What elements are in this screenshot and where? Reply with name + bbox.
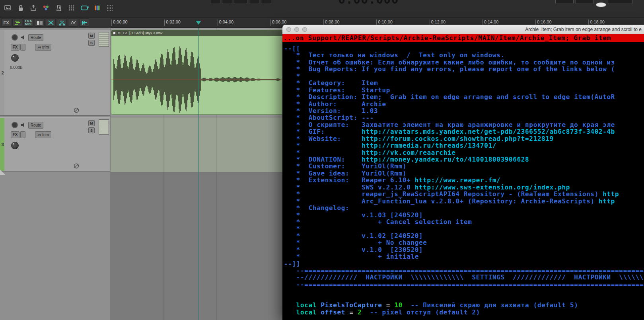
code-line: * v.1.02 [240520] — [284, 232, 644, 239]
code-line: local PixelsToCapture = 10 -- Пикселей с… — [284, 302, 644, 308]
code-line: * Bug Reports: If you find any errors, p… — [284, 66, 644, 72]
transport-rewind-button[interactable] — [210, 0, 220, 4]
trim-button[interactable]: trim — [35, 131, 51, 138]
code-line: * Arc_Function_lua v.2.8.0+ (Repository:… — [284, 198, 644, 205]
grid-icon[interactable] — [66, 2, 77, 14]
loop-icon[interactable] — [79, 2, 89, 14]
code-editor[interactable]: --[[ * Тест только на windows / Test onl… — [282, 42, 644, 320]
volume-knob[interactable] — [11, 142, 19, 149]
lock-icon[interactable] — [15, 2, 26, 14]
selection-widget[interactable] — [596, 2, 606, 7]
transport-record-button[interactable] — [249, 0, 259, 4]
window-minimize-button[interactable] — [294, 27, 299, 32]
code-line: * Category: Item — [284, 80, 644, 86]
solo-button[interactable]: S — [88, 40, 95, 46]
export-icon[interactable] — [28, 2, 39, 14]
script-path-bar: ...on Support/REAPER/Scripts/Archie-ReaS… — [282, 34, 644, 42]
window-close-button[interactable] — [286, 27, 291, 32]
main-toolbar: 0:00.000 — [0, 0, 644, 18]
solo-button[interactable]: S — [88, 127, 95, 133]
midi-editor-icon[interactable] — [12, 18, 22, 27]
item-mute-icon[interactable]: M — [117, 31, 121, 35]
mute-button[interactable]: M — [88, 120, 95, 126]
volume-readout: 0.00dB — [10, 65, 23, 70]
audio-item[interactable]: M FX [-1.54dB] Звук 3.wav — [111, 30, 283, 115]
window-zoom-button[interactable] — [302, 27, 307, 32]
transport-play-button[interactable] — [234, 0, 247, 4]
transport-repeat-button[interactable] — [261, 0, 271, 4]
fx-param-button[interactable] — [20, 44, 25, 51]
rate-widget[interactable] — [576, 0, 594, 4]
status-widget[interactable] — [608, 0, 632, 4]
routing-matrix-icon[interactable] — [104, 2, 115, 14]
transport-stop-button[interactable] — [222, 0, 232, 4]
phase-button[interactable] — [73, 107, 80, 113]
route-button[interactable]: Route — [28, 122, 43, 129]
script-editor-window[interactable]: Archie_Item; Grab item on edge arrange a… — [282, 25, 644, 320]
media-explorer-icon[interactable] — [2, 2, 13, 14]
track-panel-2[interactable]: 2 Route FX trim 0.00dB M S — [0, 30, 110, 116]
code-line: * http://vk.com/reaarchie — [284, 149, 644, 156]
fx-button[interactable]: FX — [11, 131, 19, 138]
envelope-icon[interactable] — [68, 18, 78, 27]
monitor-button[interactable] — [20, 122, 26, 128]
theme-palette-icon[interactable] — [91, 2, 102, 14]
mute-button[interactable]: M — [88, 33, 95, 39]
item-label: [-1.54dB] Звук 3.wav — [129, 31, 163, 35]
ruler-tick: 0:04.00 — [218, 20, 234, 26]
route-button[interactable]: Route — [28, 34, 43, 41]
monitor-button[interactable] — [20, 34, 26, 41]
scissors-icon[interactable] — [57, 18, 67, 27]
fx-param-button[interactable] — [20, 131, 25, 138]
reaper-screen: 0:00.000 FX FX & MIDI — [0, 0, 644, 320]
code-line: * http://rmmedia.ru/threads/134701/ — [284, 142, 644, 149]
item-group-indicator — [113, 32, 116, 35]
bpm-widget[interactable] — [555, 0, 574, 4]
trim-envelope-icon — [37, 45, 41, 49]
docker-panes-icon[interactable] — [35, 18, 45, 27]
fx-midi-button[interactable]: FX & MIDI — [23, 18, 33, 27]
fx-chain-button[interactable]: FX — [1, 18, 11, 27]
track-number: 3 — [0, 142, 5, 147]
code-line: * reaper_js_ReaScriptAPI64 Repository - … — [284, 191, 644, 197]
trim-button[interactable]: trim — [35, 44, 51, 51]
phase-button[interactable] — [73, 163, 80, 169]
panel-resize-grip[interactable] — [0, 170, 6, 175]
ruler-tick: 0:00.00 — [111, 20, 128, 26]
code-line: * Version: 1.03 — [284, 107, 644, 114]
code-line: * GIF: http://avatars.mds.yandex.net/get… — [284, 128, 644, 135]
nudge-left-icon[interactable] — [79, 18, 89, 27]
window-titlebar[interactable]: Archie_Item; Grab item on edge arrange a… — [282, 25, 644, 34]
edit-cursor-marker[interactable] — [196, 21, 201, 27]
code-line: * Changelog: — [284, 205, 644, 211]
razor-edit-icon[interactable] — [46, 18, 56, 27]
audio-item-header[interactable]: M FX [-1.54dB] Звук 3.wav — [111, 30, 283, 36]
colored-dots-icon[interactable] — [41, 2, 51, 14]
code-line: * Customer: YuriOl(Rmm) — [284, 163, 644, 170]
code-line — [284, 295, 644, 302]
toolbar-icon-group — [2, 2, 115, 14]
volume-knob[interactable] — [11, 54, 19, 62]
code-line: * Features: Startup — [284, 87, 644, 94]
record-arm-button[interactable] — [12, 122, 18, 128]
code-line: * + Cancel selection item — [284, 219, 644, 225]
item-fx-icon[interactable]: FX — [123, 31, 128, 35]
item-volume-line[interactable] — [111, 80, 283, 80]
code-line: * О скрипте: Захватите элемент на краю а… — [284, 121, 644, 128]
audio-item-body[interactable] — [111, 36, 283, 114]
fx-button[interactable]: FX — [11, 44, 19, 51]
window-title: Archie_Item; Grab item on edge arrange a… — [525, 27, 642, 32]
code-line: * Gave idea: YuriOl(Rmm) — [284, 170, 644, 177]
code-line: * + No changee — [284, 239, 644, 246]
track-panel-3[interactable]: 3 Route FX trim M S — [0, 117, 110, 172]
metronome-icon[interactable] — [53, 2, 64, 14]
transport-time-display: 0:00.000 — [338, 0, 399, 6]
code-line: --]] — [284, 260, 644, 267]
code-line: --///////////// НАСТРОЙКИ \\\\\\\\\\\\\ … — [284, 274, 644, 281]
track-number: 2 — [0, 70, 5, 75]
code-line: * Тест только на windows / Test only on … — [284, 52, 644, 59]
code-line: * Description: Item; Grab item on edge a… — [284, 94, 644, 100]
code-line: --======================================… — [284, 267, 644, 274]
code-line: * Website: http://forum.cockos.com/showt… — [284, 135, 644, 142]
record-arm-button[interactable] — [12, 34, 18, 41]
